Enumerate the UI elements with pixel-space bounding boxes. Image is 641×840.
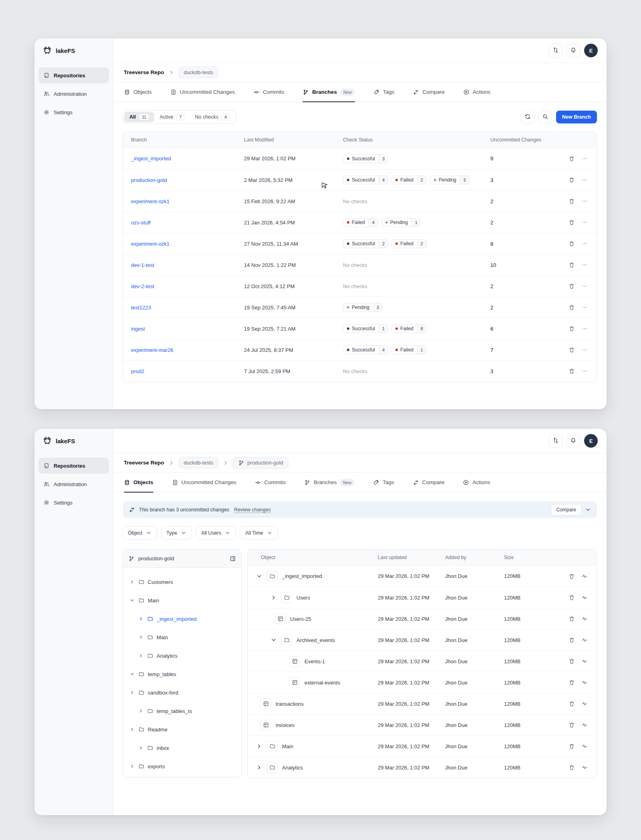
caret-right-icon[interactable] [138,708,144,714]
delete-branch-button[interactable] [568,155,575,162]
delete-object-button[interactable] [568,616,575,622]
object-activity-button[interactable] [581,679,588,686]
delete-object-button[interactable] [568,658,575,664]
delete-branch-button[interactable] [568,262,575,268]
refresh-button[interactable] [521,110,534,124]
tab-commits[interactable]: Commits [253,82,284,102]
tree-item-customers[interactable]: Customers [126,573,238,591]
breadcrumb-root[interactable]: Treeverse Repo [124,460,164,466]
filter-dropdown-all-users[interactable]: All Users [196,526,236,540]
tree-item-readme[interactable]: Readme [126,720,238,739]
branch-link[interactable]: experiment-ozk1 [131,241,169,247]
chevron-down-icon[interactable] [585,507,591,513]
object-name[interactable]: Main [282,743,293,749]
delete-object-button[interactable] [568,679,575,686]
tab-actions[interactable]: Actions [463,82,490,102]
tab-compare[interactable]: Compare [413,82,445,102]
pull-requests-button[interactable] [549,434,562,448]
object-activity-button[interactable] [581,594,588,601]
breadcrumb-root[interactable]: Treeverse Repo [124,69,164,75]
row-menu-button[interactable] [581,347,588,353]
branch-link[interactable]: experiment-mar26 [131,347,173,353]
delete-object-button[interactable] [568,637,575,643]
row-menu-button[interactable] [581,283,588,289]
branch-link[interactable]: prod2 [131,368,144,374]
tab-tags[interactable]: Tags [373,472,394,492]
object-name[interactable]: _ingest_imported [282,573,322,579]
filter-dropdown-type[interactable]: Type [161,526,192,540]
object-activity-button[interactable] [581,616,588,622]
breadcrumb-branch-chip[interactable]: production-gold [233,457,288,469]
tab-objects[interactable]: Objects [124,82,152,102]
object-name[interactable]: Events-1 [304,658,325,664]
caret-right-icon[interactable] [129,579,135,585]
breadcrumb-repo-chip[interactable]: duckdb-tests [179,457,219,468]
object-name[interactable]: transactions [276,701,304,707]
filter-dropdown-object[interactable]: Object [123,526,157,540]
branch-link[interactable]: ozs-stuff [131,220,151,226]
delete-object-button[interactable] [568,701,575,707]
sidebar-item-administration[interactable]: Administration [38,86,109,102]
tab-uncommitted-changes[interactable]: Uncommitted Changes [172,472,236,492]
notifications-button[interactable] [566,44,580,57]
object-activity-button[interactable] [581,764,588,771]
user-avatar[interactable]: E [584,44,598,57]
delete-branch-button[interactable] [568,368,575,374]
caret-right-icon[interactable] [138,634,144,640]
user-avatar[interactable]: E [584,434,598,448]
caret-right-icon[interactable] [256,743,262,749]
caret-right-icon[interactable] [256,764,262,771]
branch-link[interactable]: experiment-ozk1 [131,198,169,204]
row-menu-button[interactable] [581,368,588,374]
caret-right-icon[interactable] [270,594,277,601]
branch-link[interactable]: dev-2-test [131,283,154,289]
delete-branch-button[interactable] [568,177,575,183]
tree-item-exports[interactable]: exports [126,757,238,775]
row-menu-button[interactable] [581,304,588,311]
delete-branch-button[interactable] [568,219,575,226]
filter-active[interactable]: Active7 [154,112,189,122]
tree-item-temp_tables_ts[interactable]: temp_tables_ts [126,702,238,720]
caret-down-icon[interactable] [270,637,277,643]
caret-down-icon[interactable] [129,597,135,604]
object-activity-button[interactable] [581,658,588,664]
tab-objects[interactable]: Objects [124,472,153,492]
filter-dropdown-all-time[interactable]: All Time [240,526,278,540]
notifications-button[interactable] [566,434,580,448]
object-activity-button[interactable] [581,701,588,707]
tab-branches[interactable]: BranchesNew [304,472,355,492]
tree-item-analytics[interactable]: Analytics [126,646,238,665]
tab-uncommitted-changes[interactable]: Uncommitted Changes [170,82,235,102]
object-activity-button[interactable] [581,637,588,643]
object-activity-button[interactable] [581,722,588,728]
object-name[interactable]: Users [296,595,310,601]
delete-object-button[interactable] [568,573,575,580]
tree-item-inbox[interactable]: inbox [126,739,238,757]
delete-object-button[interactable] [568,743,575,749]
filter-all[interactable]: All11 [124,112,154,122]
caret-right-icon[interactable] [129,689,135,696]
delete-object-button[interactable] [568,722,575,728]
tree-item-temp_tables[interactable]: temp_tables [126,665,238,683]
row-menu-button[interactable] [581,219,588,226]
sidebar-item-repositories[interactable]: Repositories [38,458,109,474]
tab-branches[interactable]: BranchesNew [302,82,355,102]
delete-branch-button[interactable] [568,325,575,332]
tree-item-main[interactable]: Main [126,591,238,610]
new-branch-button[interactable]: New Branch [556,111,597,123]
sidebar-item-administration[interactable]: Administration [38,476,109,492]
tree-item-sandbox-ford[interactable]: sandbox-ford [126,683,238,702]
tree-item-main[interactable]: Main [126,628,238,646]
caret-right-icon[interactable] [129,726,135,733]
delete-branch-button[interactable] [568,283,575,289]
row-menu-button[interactable] [581,240,588,247]
branch-link[interactable]: ingest [131,326,145,332]
row-menu-button[interactable] [581,198,588,204]
object-activity-button[interactable] [581,743,588,749]
caret-down-icon[interactable] [129,671,135,677]
sidebar-item-settings[interactable]: Settings [38,495,109,511]
caret-right-icon[interactable] [138,652,144,659]
collapse-panel-icon[interactable] [230,555,236,562]
caret-right-icon[interactable] [138,616,144,622]
delete-object-button[interactable] [568,594,575,601]
